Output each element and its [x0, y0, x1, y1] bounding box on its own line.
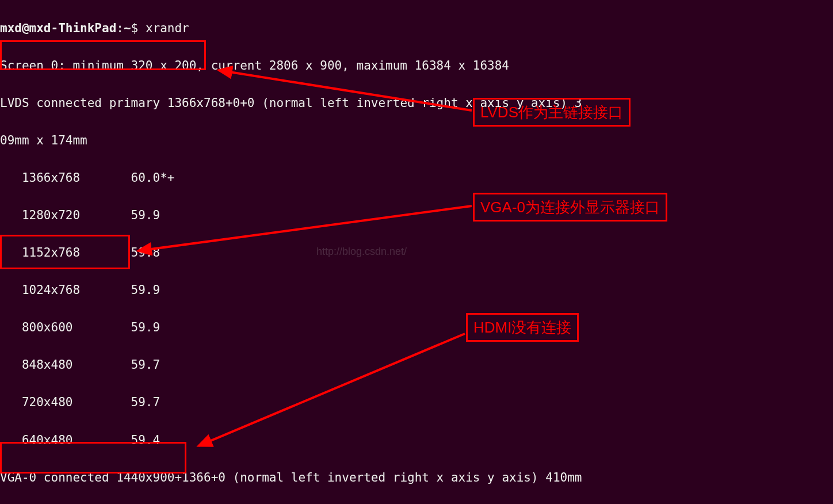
lvds-mode: 720x480 59.7: [0, 393, 833, 412]
highlight-box-vga: [0, 235, 130, 269]
prompt-dollar: $: [131, 21, 146, 35]
highlight-box-hdmi: [0, 442, 186, 474]
lvds-mode: 800x600 59.9: [0, 318, 833, 337]
prompt-sep: :: [116, 21, 124, 35]
lvds-mode: 848x480 59.7: [0, 356, 833, 375]
command-text: xrandr: [146, 21, 189, 35]
callout-hdmi: HDMI没有连接: [466, 313, 579, 342]
lvds-mode: 1280x720 59.9: [0, 206, 833, 225]
callout-vga: VGA-0为连接外显示器接口: [473, 193, 667, 222]
callout-lvds: LVDS作为主链接接口: [473, 98, 631, 127]
prompt-path: ~: [124, 21, 131, 35]
prompt-user-host: mxd@mxd-ThinkPad: [0, 21, 116, 35]
watermark-text: http://blog.csdn.net/: [316, 244, 407, 260]
lvds-header-boxed: LVDS connected primary: [0, 96, 160, 110]
lvds-wrap: 09mm x 174mm: [0, 131, 833, 150]
highlight-box-lvds: [0, 40, 206, 70]
lvds-mode: 1024x768 59.9: [0, 281, 833, 300]
lvds-mode: 1366x768 60.0*+: [0, 169, 833, 188]
